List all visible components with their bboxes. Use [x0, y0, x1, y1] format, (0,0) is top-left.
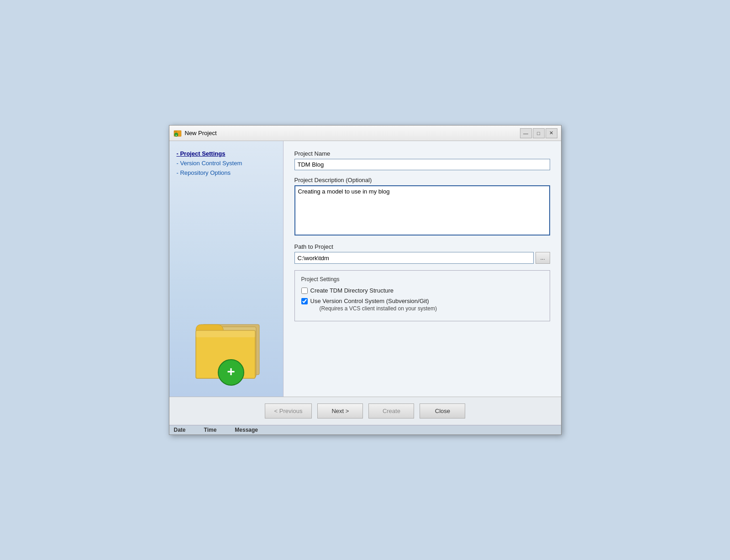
project-description-label: Project Description (Optional): [294, 177, 550, 183]
next-button[interactable]: Next >: [317, 403, 363, 419]
settings-group-label: Project Settings: [301, 276, 543, 283]
checkbox2-label[interactable]: Use Version Control System (Subversion/G…: [310, 298, 429, 304]
folder-svg: +: [183, 299, 274, 386]
svg-text:+: +: [175, 134, 177, 136]
nav-item-version-control[interactable]: Version Control System: [177, 160, 276, 167]
statusbar-time: Time: [204, 427, 217, 433]
path-group: Path to Project ...: [294, 243, 550, 264]
dialog-footer: < Previous Next > Create Close: [169, 397, 561, 425]
checkbox2-content: Use Version Control System (Subversion/G…: [310, 298, 437, 312]
svg-text:+: +: [227, 364, 235, 379]
close-button[interactable]: Close: [420, 403, 465, 419]
project-name-group: Project Name: [294, 150, 550, 170]
folder-illustration: +: [183, 299, 274, 387]
svg-rect-1: [174, 131, 177, 132]
previous-button[interactable]: < Previous: [265, 403, 312, 419]
close-window-button[interactable]: ✕: [546, 128, 557, 138]
window-title: New Project: [185, 130, 217, 136]
new-project-dialog: + New Project — □ ✕ Project Settings Ver…: [169, 125, 562, 435]
title-bar-controls: — □ ✕: [520, 128, 557, 138]
browse-button[interactable]: ...: [536, 252, 550, 264]
create-tdm-checkbox[interactable]: [301, 288, 308, 294]
statusbar: Date Time Message: [169, 425, 561, 434]
path-label: Path to Project: [294, 243, 550, 250]
checkbox1-label[interactable]: Create TDM Directory Structure: [310, 287, 394, 294]
checkbox2-row: Use Version Control System (Subversion/G…: [301, 298, 543, 312]
project-name-input[interactable]: [294, 159, 550, 170]
svg-rect-7: [196, 330, 255, 337]
minimize-button[interactable]: —: [520, 128, 532, 138]
create-button[interactable]: Create: [368, 403, 414, 419]
title-bar-left: + New Project: [173, 129, 217, 138]
left-panel: Project Settings Version Control System …: [169, 141, 284, 397]
path-row: ...: [294, 252, 550, 264]
statusbar-date: Date: [174, 427, 186, 433]
dialog-body: Project Settings Version Control System …: [169, 141, 561, 397]
use-vcs-checkbox[interactable]: [301, 298, 308, 304]
project-description-group: Project Description (Optional) Creating …: [294, 177, 550, 237]
path-input[interactable]: [294, 252, 534, 264]
app-icon: +: [173, 129, 182, 138]
checkbox1-row: Create TDM Directory Structure: [301, 287, 543, 294]
maximize-button[interactable]: □: [533, 128, 545, 138]
statusbar-message: Message: [235, 427, 258, 433]
project-settings-box: Project Settings Create TDM Directory St…: [294, 270, 550, 321]
nav-item-project-settings[interactable]: Project Settings: [177, 150, 276, 157]
checkbox2-sublabel: (Requires a VCS client installed on your…: [320, 305, 437, 312]
project-description-input[interactable]: Creating a model to use in my blog: [294, 185, 550, 236]
project-name-label: Project Name: [294, 150, 550, 157]
nav-item-repository-options[interactable]: Repository Options: [177, 169, 276, 176]
title-bar: + New Project — □ ✕: [169, 126, 561, 141]
right-panel: Project Name Project Description (Option…: [284, 141, 561, 397]
